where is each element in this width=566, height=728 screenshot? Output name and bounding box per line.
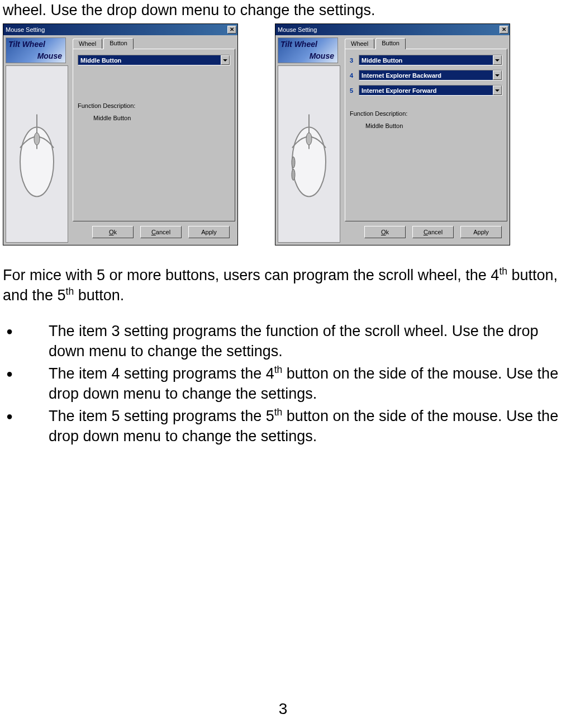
function-description-value: Middle Button (365, 122, 502, 129)
dropdown-value: Internet Explorer Forward (359, 86, 493, 95)
cancel-button[interactable]: Cancel (140, 226, 182, 238)
page-number: 3 (0, 700, 566, 718)
body-paragraph: For mice with 5 or more buttons, users c… (3, 266, 563, 306)
brand-line1: Tilt Wheel (280, 40, 317, 49)
function-description-value: Middle Button (93, 115, 230, 121)
brand-line2: Mouse (310, 51, 334, 60)
button3-function-dropdown[interactable]: Middle Button (359, 55, 502, 65)
button-function-dropdown[interactable]: Middle Button (78, 55, 230, 65)
button4-function-dropdown[interactable]: Internet Explorer Backward (359, 70, 502, 81)
svg-point-6 (306, 133, 312, 145)
list-item: The item 5 setting programs the 5th butt… (6, 406, 563, 447)
function-description-label: Function Description: (78, 102, 230, 109)
bullet-icon (6, 406, 49, 447)
brand-line2: Mouse (37, 51, 62, 60)
ok-button[interactable]: Ok (92, 226, 134, 238)
tab-button[interactable]: Button (103, 38, 134, 49)
titlebar: Mouse Setting ✕ (3, 24, 237, 35)
bullet-icon (6, 322, 49, 362)
brand-logo: Tilt Wheel Mouse (278, 37, 338, 63)
tab-panel-button: 3 Middle Button 4 Internet Explorer Back… (345, 49, 507, 221)
mouse-setting-dialog-5button: Mouse Setting ✕ Tilt Wheel Mouse (275, 23, 510, 245)
titlebar: Mouse Setting ✕ (275, 24, 510, 35)
chevron-down-icon[interactable] (493, 86, 502, 95)
chevron-down-icon[interactable] (493, 55, 502, 65)
tab-wheel[interactable]: Wheel (345, 39, 374, 50)
svg-point-2 (34, 133, 40, 145)
close-icon[interactable]: ✕ (227, 26, 236, 34)
intro-text: wheel. Use the drop down menu to change … (3, 0, 563, 20)
bullet-list: The item 3 setting programs the function… (3, 322, 563, 446)
cancel-button[interactable]: Cancel (412, 226, 454, 238)
tab-strip: Wheel Button (73, 37, 235, 49)
window-title: Mouse Setting (278, 26, 317, 33)
button5-function-dropdown[interactable]: Internet Explorer Forward (359, 85, 502, 96)
chevron-down-icon[interactable] (221, 55, 230, 65)
list-item: The item 4 setting programs the 4th butt… (6, 364, 563, 404)
close-icon[interactable]: ✕ (500, 26, 508, 34)
tab-strip: Wheel Button (345, 37, 507, 49)
window-title: Mouse Setting (6, 26, 45, 33)
dropdown-value: Internet Explorer Backward (359, 70, 493, 80)
apply-button[interactable]: Apply (460, 226, 502, 238)
button-number-4: 4 (350, 72, 355, 79)
brand-line1: Tilt Wheel (8, 40, 45, 49)
function-description-label: Function Description: (350, 110, 502, 117)
mouse-illustration (6, 65, 68, 243)
screenshots-row: Mouse Setting ✕ Tilt Wheel Mouse (3, 23, 563, 245)
apply-button[interactable]: Apply (188, 226, 230, 238)
svg-point-9 (292, 169, 295, 180)
tab-button[interactable]: Button (375, 38, 406, 49)
brand-logo: Tilt Wheel Mouse (6, 37, 66, 63)
button-number-3: 3 (350, 57, 355, 64)
bullet-icon (6, 364, 49, 404)
tab-panel-button: Middle Button Function Description: Midd… (73, 49, 235, 221)
dropdown-value: Middle Button (359, 55, 493, 65)
ok-button[interactable]: Ok (364, 226, 406, 238)
dropdown-value: Middle Button (78, 55, 221, 65)
list-item: The item 3 setting programs the function… (6, 322, 563, 362)
chevron-down-icon[interactable] (493, 70, 502, 80)
tab-wheel[interactable]: Wheel (73, 39, 102, 50)
mouse-setting-dialog-3button: Mouse Setting ✕ Tilt Wheel Mouse (3, 23, 238, 245)
mouse-illustration (278, 65, 340, 243)
svg-point-8 (292, 157, 295, 168)
button-number-5: 5 (350, 87, 355, 94)
